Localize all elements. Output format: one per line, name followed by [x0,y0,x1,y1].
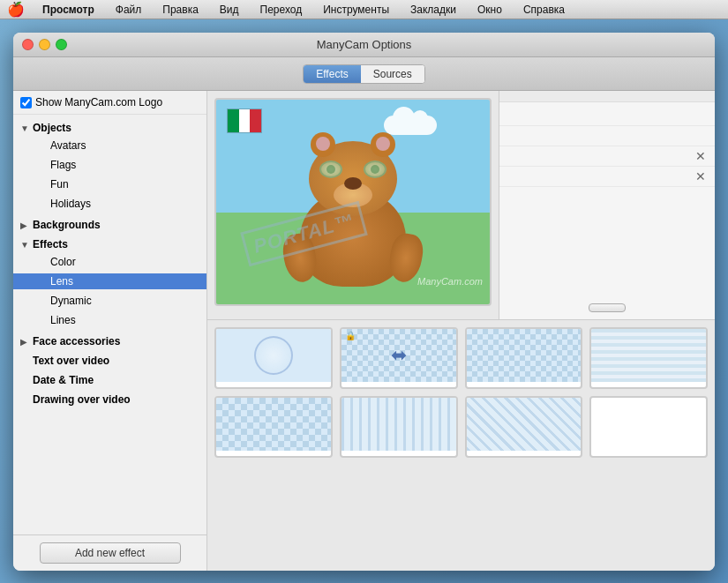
effect-row-usa-flag: ✕ [499,126,715,146]
tree-item-flags: Flags [13,155,206,175]
menu-go[interactable]: Переход [257,2,306,18]
window-title: ManyCam Options [317,38,412,51]
effect-label-bulge [272,382,275,387]
menu-bookmarks[interactable]: Закладки [407,2,460,18]
lock-icon-mirror: 🔒 [345,331,356,340]
tab-sources[interactable]: Sources [361,65,424,83]
arrow-backgrounds [20,220,33,230]
tree-row-effects[interactable]: Effects [13,236,206,252]
show-logo-row: Show ManyCam.com Logo [13,91,206,115]
tree-row-datetime[interactable]: Date & Time [13,372,206,388]
tree-row-lines[interactable]: Lines [13,312,206,328]
effect-tile-squeeze[interactable] [340,396,458,458]
tree-row-backgrounds[interactable]: Backgrounds [13,217,206,233]
effect-remove-italian-flag[interactable]: ✕ [695,150,706,162]
show-logo-checkbox[interactable] [20,97,32,108]
tree-row-avatars[interactable]: Avatars [13,138,206,153]
effect-label-round-distort [522,382,525,387]
label-lens: Lens [50,275,199,288]
effect-tile-round-distort[interactable] [465,327,583,389]
label-lines: Lines [50,314,199,326]
cloud-decoration [384,116,437,135]
tree-row-holidays[interactable]: Holidays [13,196,206,212]
warp-visual [467,398,582,451]
bear-muzzle [334,183,372,207]
add-effect-button[interactable]: Add new effect [40,542,181,564]
tree-item-dynamic: Dynamic [13,291,206,310]
menu-window[interactable]: Окно [474,2,506,18]
tree-item-text: Text over video [13,351,206,370]
effect-label-mirror [397,382,401,387]
close-button[interactable] [22,39,34,50]
preview-area: PORTAL™ ManyCam.com [207,91,499,319]
effect-tile-square-distort[interactable] [214,396,333,458]
top-area: PORTAL™ ManyCam.com [207,91,715,320]
clear-all-button[interactable] [589,303,626,312]
flag-white [239,109,251,132]
effect-tile-mirror[interactable]: ⬌ 🔒 [340,327,458,389]
bear-pupil-right [371,165,379,174]
effects-footer [499,296,715,319]
toolbar: Effects Sources [13,57,715,91]
tree-row-text[interactable]: Text over video [13,353,206,369]
minimize-button[interactable] [39,39,50,50]
tab-effects[interactable]: Effects [304,65,360,83]
tree-item-objects: Objects Avatars Flags [13,118,206,215]
show-logo-label: Show ManyCam.com Logo [35,96,162,108]
tree-item-holidays: Holidays [13,194,206,213]
bear-scene: PORTAL™ ManyCam.com [216,100,490,304]
tree-row-color[interactable]: Color [13,254,206,270]
tree-item-datetime: Date & Time [13,370,206,390]
effect-row-italian-flag: ✕ [499,146,715,167]
tree-item-lens: Lens [13,272,206,291]
square-distort-visual [216,398,331,451]
tree-row-lens[interactable]: Lens [13,273,206,289]
preview-watermark: ManyCam.com [417,276,483,287]
desktop: ManyCam Options Effects Sources Show Man… [0,19,728,583]
menu-help[interactable]: Справка [520,2,568,18]
menu-file[interactable]: Файл [112,2,146,18]
effect-remove-mirror[interactable]: ✕ [695,170,706,183]
menu-app[interactable]: Просмотр [39,2,98,18]
maximize-button[interactable] [56,39,67,50]
manycam-window: ManyCam Options Effects Sources Show Man… [13,33,715,571]
menu-view[interactable]: Вид [216,2,243,18]
tree-item-drawing: Drawing over video [13,390,206,409]
shrink-visual [591,329,706,382]
main-content: Show ManyCam.com Logo Objects Avatars [13,91,715,571]
effect-tile-shrink[interactable] [589,327,708,389]
label-datetime: Date & Time [33,374,199,386]
label-backgrounds: Backgrounds [33,219,199,231]
apple-menu[interactable]: 🍎 [7,1,25,18]
tree-row-fun[interactable]: Fun [13,176,206,192]
tree-item-lines: Lines [13,310,206,330]
tree-row-dynamic[interactable]: Dynamic [13,293,206,309]
effect-row-mirror: ✕ [499,167,715,187]
download-more-tile[interactable] [589,396,708,458]
flag-red [250,109,261,132]
arrow-objects [20,123,33,133]
tree-row-face[interactable]: Face accessories [13,333,206,349]
effect-thumb-squeeze [341,398,456,451]
bulge-visual [216,329,331,382]
tree-row-drawing[interactable]: Drawing over video [13,392,206,407]
menu-edit[interactable]: Правка [159,2,202,18]
label-effects: Effects [33,238,199,250]
effect-tile-bulge[interactable] [214,327,333,389]
effect-label-square-distort [272,451,275,456]
label-dynamic: Dynamic [50,295,199,307]
effect-tile-warp[interactable] [465,396,583,458]
effect-row-bear-mask: ✕ [499,106,715,126]
bear-pupil-left [326,165,335,174]
arrow-face [20,337,33,347]
sidebar-tree: Objects Avatars Flags [13,115,206,534]
squeeze-visual [341,398,456,451]
tree-row-flags[interactable]: Flags [13,157,206,173]
titlebar: ManyCam Options [13,33,715,57]
window-controls [22,39,67,50]
menu-tools[interactable]: Инструменты [319,2,393,18]
effect-remove-bear-mask: ✕ [695,109,706,122]
tree-row-objects[interactable]: Objects [13,120,206,136]
sidebar-bottom: Add new effect [13,534,206,571]
effect-thumb-square-distort [216,398,331,451]
